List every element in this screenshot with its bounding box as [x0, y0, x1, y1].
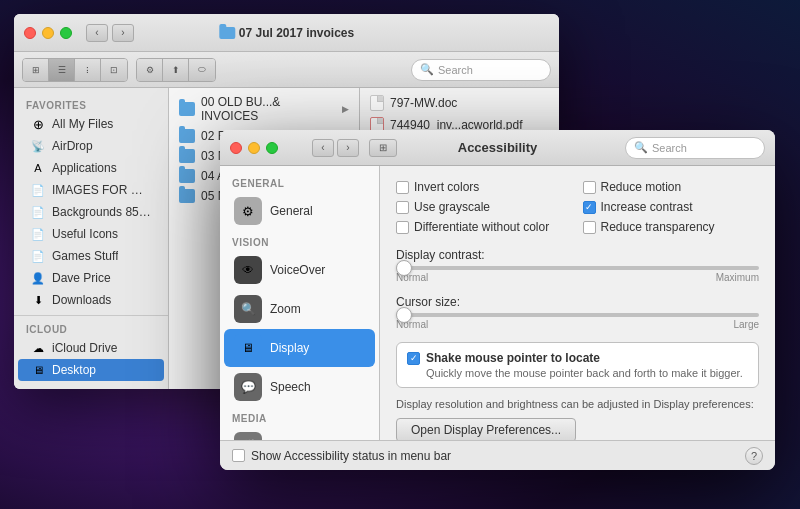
arrange-button[interactable]: ⚙	[137, 59, 163, 81]
finder-titlebar: ‹ › 07 Jul 2017 invoices	[14, 14, 559, 52]
back-button[interactable]: ‹	[86, 24, 108, 42]
show-accessibility-status-label: Show Accessibility status in menu bar	[251, 449, 451, 463]
invert-colors-checkbox[interactable]	[396, 181, 409, 194]
list-view-button[interactable]: ☰	[49, 59, 75, 81]
sidebar-item-icloud-drive[interactable]: ☁ iCloud Drive	[18, 337, 164, 359]
sidebar-item-games-stuff[interactable]: 📄 Games Stuff	[18, 245, 164, 267]
use-grayscale-row: Use grayscale	[396, 200, 573, 214]
acc-grid-button[interactable]: ⊞	[369, 139, 397, 157]
close-button[interactable]	[24, 27, 36, 39]
display-note: Display resolution and brightness can be…	[396, 398, 759, 410]
images-folder-icon: 📄	[30, 182, 46, 198]
general-section-label: General	[220, 172, 379, 191]
display-contrast-slider-container	[396, 266, 759, 270]
minimize-button[interactable]	[42, 27, 54, 39]
display-icon: 🖥	[234, 334, 262, 362]
folder-icon	[179, 149, 195, 163]
open-display-preferences-button[interactable]: Open Display Preferences...	[396, 418, 576, 440]
finder-title: 07 Jul 2017 invoices	[219, 26, 354, 40]
shake-header: Shake mouse pointer to locate	[407, 351, 748, 365]
column-view-button[interactable]: ⫶	[75, 59, 101, 81]
icloud-label: iCloud	[14, 320, 168, 337]
search-icon: 🔍	[420, 63, 434, 76]
vision-section-label: Vision	[220, 231, 379, 250]
file-row[interactable]: 797-MW.doc	[360, 92, 559, 114]
dave-price-icon: 👤	[30, 270, 46, 286]
search-icon: 🔍	[634, 141, 648, 154]
sidebar-item-useful-icons[interactable]: 📄 Useful Icons	[18, 223, 164, 245]
cursor-size-thumb[interactable]	[396, 307, 412, 323]
tags-button[interactable]: ⬭	[189, 59, 215, 81]
acc-sidebar-item-display[interactable]: 🖥 Display	[224, 329, 375, 367]
acc-sidebar-item-speech[interactable]: 💬 Speech	[224, 368, 375, 406]
favorites-label: Favorites	[14, 96, 168, 113]
cursor-size-slider-container	[396, 313, 759, 317]
sidebar-item-all-my-files[interactable]: ⊕ All My Files	[18, 113, 164, 135]
display-contrast-thumb[interactable]	[396, 260, 412, 276]
icon-view-button[interactable]: ⊞	[23, 59, 49, 81]
folder-icon	[179, 129, 195, 143]
folder-icon	[179, 169, 195, 183]
help-button[interactable]: ?	[745, 447, 763, 465]
reduce-motion-row: Reduce motion	[583, 180, 760, 194]
acc-close-button[interactable]	[230, 142, 242, 154]
finder-sidebar: Favorites ⊕ All My Files 📡 AirDrop A App…	[14, 88, 169, 389]
view-buttons: ⊞ ☰ ⫶ ⊡	[22, 58, 128, 82]
accessibility-body: General ⚙ General Vision 👁 VoiceOver 🔍 Z…	[220, 166, 775, 440]
sidebar-item-applications[interactable]: A Applications	[18, 157, 164, 179]
increase-contrast-row: Increase contrast	[583, 200, 760, 214]
acc-sidebar-item-descriptions[interactable]: 🎬 Descriptions	[224, 427, 375, 440]
sidebar-item-images[interactable]: 📄 IMAGES FOR MACWORLD ONL...	[18, 179, 164, 201]
reduce-motion-checkbox[interactable]	[583, 181, 596, 194]
acc-forward-button[interactable]: ›	[337, 139, 359, 157]
accessibility-main-panel: Invert colors Reduce motion Use grayscal…	[380, 166, 775, 440]
folder-icon	[179, 189, 195, 203]
display-contrast-labels: Normal Maximum	[396, 272, 759, 283]
shake-mouse-checkbox[interactable]	[407, 352, 420, 365]
show-accessibility-status-checkbox[interactable]	[232, 449, 245, 462]
acc-back-button[interactable]: ‹	[312, 139, 334, 157]
sidebar-divider	[14, 315, 168, 316]
accessibility-search[interactable]: 🔍 Search	[625, 137, 765, 159]
action-buttons: ⚙ ⬆ ⬭	[136, 58, 216, 82]
disclosure-arrow-icon: ▶	[342, 104, 349, 114]
reduce-transparency-checkbox[interactable]	[583, 221, 596, 234]
coverflow-view-button[interactable]: ⊡	[101, 59, 127, 81]
acc-nav-buttons: ‹ ›	[312, 139, 359, 157]
share-button[interactable]: ⬆	[163, 59, 189, 81]
increase-contrast-checkbox[interactable]	[583, 201, 596, 214]
doc-icon	[370, 95, 384, 111]
sidebar-item-backgrounds[interactable]: 📄 Backgrounds 850x450 pixels	[18, 201, 164, 223]
acc-sidebar-item-voiceover[interactable]: 👁 VoiceOver	[224, 251, 375, 289]
sidebar-item-desktop[interactable]: 🖥 Desktop	[18, 359, 164, 381]
cursor-size-track	[396, 313, 759, 317]
media-section-label: Media	[220, 407, 379, 426]
all-files-icon: ⊕	[30, 116, 46, 132]
finder-search-box[interactable]: 🔍 Search	[411, 59, 551, 81]
folder-icon	[179, 102, 195, 116]
accessibility-window: ‹ › ⊞ Accessibility 🔍 Search General ⚙ G…	[220, 130, 775, 470]
display-contrast-track	[396, 266, 759, 270]
reduce-transparency-row: Reduce transparency	[583, 220, 760, 234]
acc-minimize-button[interactable]	[248, 142, 260, 154]
acc-maximize-button[interactable]	[266, 142, 278, 154]
folder-icon	[219, 27, 235, 39]
display-contrast-section: Display contrast: Normal Maximum	[396, 248, 759, 283]
descriptions-icon: 🎬	[234, 432, 262, 440]
use-grayscale-checkbox[interactable]	[396, 201, 409, 214]
differentiate-color-row: Differentiate without color	[396, 220, 573, 234]
file-row[interactable]: 00 OLD BU...& INVOICES ▶	[169, 92, 359, 126]
finder-nav-buttons: ‹ ›	[86, 24, 134, 42]
sidebar-item-airdrop[interactable]: 📡 AirDrop	[18, 135, 164, 157]
sidebar-item-downloads[interactable]: ⬇ Downloads	[18, 289, 164, 311]
applications-icon: A	[30, 160, 46, 176]
differentiate-color-checkbox[interactable]	[396, 221, 409, 234]
desktop-icon: 🖥	[30, 362, 46, 378]
general-icon: ⚙	[234, 197, 262, 225]
acc-sidebar-item-general[interactable]: ⚙ General	[224, 192, 375, 230]
sidebar-item-dave-price[interactable]: 👤 Dave Price	[18, 267, 164, 289]
acc-sidebar-item-zoom[interactable]: 🔍 Zoom	[224, 290, 375, 328]
forward-button[interactable]: ›	[112, 24, 134, 42]
accessibility-sidebar: General ⚙ General Vision 👁 VoiceOver 🔍 Z…	[220, 166, 380, 440]
maximize-button[interactable]	[60, 27, 72, 39]
